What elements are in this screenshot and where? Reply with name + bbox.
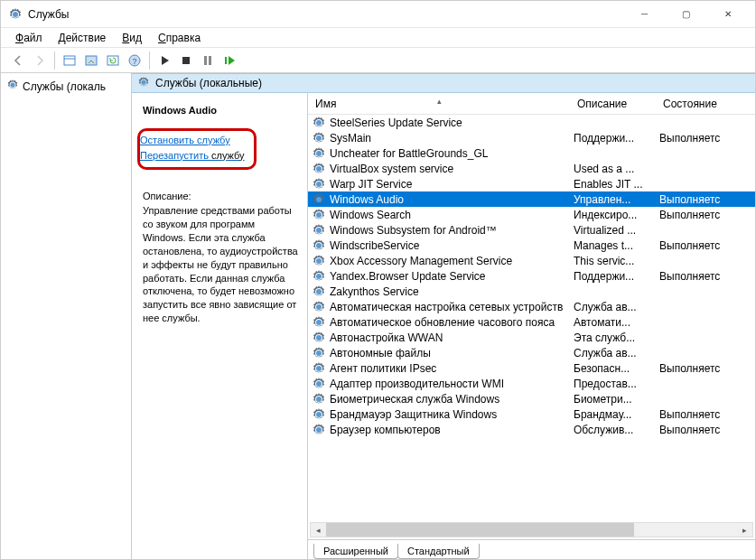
selected-service-name: Windows Audio (143, 104, 298, 117)
service-row[interactable]: Windows Subsystem for Android™Virtualize… (308, 222, 755, 238)
tree-root-services[interactable]: Службы (локаль (3, 77, 129, 96)
svg-rect-9 (225, 57, 227, 64)
service-row[interactable]: Yandex.Browser Update ServiceПоддержи...… (308, 268, 755, 284)
service-description: Поддержи... (574, 270, 659, 283)
gear-icon (6, 79, 19, 94)
gear-icon (312, 377, 326, 391)
scroll-right-icon[interactable]: ▸ (737, 523, 752, 537)
service-state: Выполняетс (659, 408, 755, 421)
service-name: Агент политики IPsec (330, 362, 574, 375)
gear-icon (312, 407, 326, 422)
gear-icon (312, 300, 326, 314)
service-state: Выполняетс (659, 270, 755, 283)
service-description: Безопасн... (574, 362, 659, 375)
service-row[interactable]: SysMainПоддержи...Выполняетс (308, 130, 755, 145)
service-state: Выполняетс (659, 424, 755, 436)
service-row[interactable]: Агент политики IPsecБезопасн...Выполняет… (308, 360, 755, 376)
export-button[interactable] (81, 51, 101, 70)
service-row[interactable]: Zakynthos Service (308, 284, 755, 299)
service-row[interactable]: Биометрическая служба WindowsБиометри... (308, 391, 755, 406)
column-header-state[interactable]: Состояние (656, 98, 755, 110)
tab-extended[interactable]: Расширенный (313, 544, 398, 559)
gear-icon (312, 162, 326, 176)
service-description: Биометри... (574, 393, 659, 406)
back-button[interactable] (8, 51, 28, 70)
gear-icon (312, 392, 326, 406)
service-state: Выполняетс (659, 132, 755, 145)
service-row[interactable]: Xbox Accessory Management ServiceThis se… (308, 253, 755, 268)
maximize-button[interactable]: ▢ (666, 2, 706, 27)
gear-icon (312, 146, 326, 161)
menu-view[interactable]: Вид (115, 30, 149, 46)
restart-service-link[interactable]: Перезапустить службу (140, 149, 245, 163)
service-row[interactable]: Браузер компьютеровОбслужив...Выполняетс (308, 422, 755, 437)
svg-rect-8 (209, 56, 211, 65)
menu-action[interactable]: Действие (51, 30, 114, 46)
service-name: Адаптер производительности WMI (330, 378, 574, 390)
service-description: Брандмау... (574, 408, 659, 421)
view-tabs: Расширенный Стандартный (308, 539, 755, 559)
minimize-button[interactable]: ─ (624, 2, 665, 27)
menu-help[interactable]: Справка (151, 30, 208, 46)
svg-text:?: ? (132, 57, 136, 66)
pane-header: Службы (локальные) (132, 73, 755, 93)
service-detail-panel: Windows Audio Остановить службу Перезапу… (132, 93, 308, 559)
column-header-description[interactable]: Описание (570, 98, 656, 110)
service-state: Выполняетс (659, 239, 755, 252)
gear-icon (312, 177, 326, 191)
service-name: SteelSeries Update Service (330, 117, 574, 129)
gear-icon (137, 76, 150, 91)
service-name: SysMain (330, 132, 574, 145)
close-button[interactable]: ✕ (707, 2, 748, 27)
service-row[interactable]: VirtualBox system serviceUsed as a ... (308, 161, 755, 176)
service-row[interactable]: Автоматическая настройка сетевых устройс… (308, 299, 755, 314)
properties-button[interactable] (60, 51, 79, 70)
toolbar: ? (1, 48, 755, 73)
service-row[interactable]: Uncheater for BattleGrounds_GL (308, 145, 755, 161)
refresh-button[interactable] (103, 51, 123, 70)
start-button[interactable] (154, 51, 174, 70)
service-row[interactable]: Автоматическое обновление часового пояса… (308, 314, 755, 330)
pause-button[interactable] (198, 51, 218, 70)
gear-icon (312, 331, 326, 345)
service-state: Выполняетс (659, 209, 755, 221)
service-row[interactable]: Адаптер производительности WMIПредостав.… (308, 376, 755, 391)
gear-icon (312, 269, 326, 284)
service-list: Имя ▴ Описание Состояние SteelSeries Upd… (308, 93, 755, 559)
scroll-left-icon[interactable]: ◂ (311, 523, 326, 537)
stop-button[interactable] (176, 51, 196, 70)
tree-root-label: Службы (локаль (23, 80, 106, 93)
gear-icon (312, 285, 326, 299)
service-row[interactable]: Warp JIT ServiceEnables JIT ... (308, 176, 755, 191)
gear-icon (312, 361, 326, 376)
service-row[interactable]: Автонастройка WWANЭта служб... (308, 330, 755, 345)
restart-button[interactable] (219, 51, 239, 70)
column-header-name[interactable]: Имя ▴ (308, 98, 570, 110)
service-description: This servic... (574, 255, 659, 267)
svg-rect-0 (64, 56, 75, 65)
horizontal-scrollbar[interactable]: ◂ ▸ (310, 522, 753, 537)
help-button[interactable]: ? (125, 51, 145, 70)
description-text: Управление средствами работы со звуком д… (143, 204, 298, 325)
tab-standard[interactable]: Стандартный (397, 544, 480, 559)
service-description: Предостав... (574, 378, 659, 390)
service-row[interactable]: Windows AudioУправлен...Выполняетс (308, 191, 755, 207)
service-row[interactable]: Автономные файлыСлужба ав... (308, 345, 755, 360)
tree-panel: Службы (локаль (1, 73, 132, 559)
menu-file[interactable]: Файл (8, 30, 50, 46)
menubar: Файл Действие Вид Справка (1, 28, 755, 48)
service-description: Used as a ... (574, 163, 659, 175)
service-row[interactable]: WindscribeServiceManages t...Выполняетс (308, 238, 755, 253)
window-title: Службы (28, 8, 624, 21)
stop-service-link[interactable]: Остановить службу (140, 134, 245, 147)
gear-icon (312, 346, 326, 360)
service-row[interactable]: SteelSeries Update Service (308, 115, 755, 130)
service-description: Обслужив... (574, 424, 659, 436)
service-name: Автонастройка WWAN (330, 331, 574, 344)
forward-button[interactable] (30, 51, 50, 70)
service-name: Zakynthos Service (330, 285, 574, 298)
service-row[interactable]: Брандмауэр Защитника WindowsБрандмау...В… (308, 406, 755, 422)
service-name: Брандмауэр Защитника Windows (330, 408, 574, 421)
pane-title: Службы (локальные) (155, 77, 262, 89)
service-row[interactable]: Windows SearchИндексиро...Выполняетс (308, 207, 755, 222)
